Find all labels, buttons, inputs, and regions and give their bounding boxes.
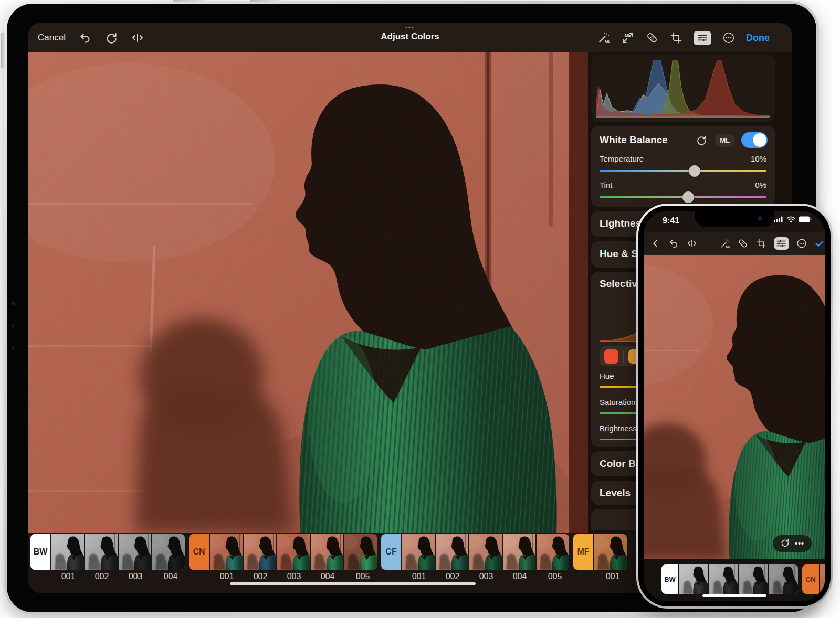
filter-thumb-cn-001[interactable]: 001 [210,534,244,581]
cancel-button[interactable]: Cancel [38,33,66,43]
filter-thumb-cf-004[interactable]: 004 [503,534,537,581]
filter-group-tile-bw[interactable]: BW [662,564,679,594]
redo-icon[interactable] [104,31,118,45]
adjust-icon[interactable] [694,31,711,45]
filter-thumb-cf-002[interactable]: 002 [436,534,469,581]
filter-thumbnail-image [503,534,536,570]
tint-slider-thumb[interactable] [682,191,694,203]
filter-thumb-number: 004 [513,570,527,581]
filter-thumb-bw-2[interactable] [709,564,739,594]
filmstrip-scrollbar[interactable] [230,582,476,585]
crop-icon[interactable] [669,31,683,45]
back-icon[interactable] [650,238,662,249]
filter-group-tile-mf[interactable]: MF [573,534,594,581]
undo-icon[interactable] [668,238,680,249]
filter-group-label: CN [189,534,209,570]
ipad-top-button [173,0,206,2]
filter-thumb-number: 001 [606,570,620,581]
more-icon[interactable] [796,238,807,249]
red-swatch[interactable] [604,349,618,364]
photo-overlay-controls: ••• [773,535,812,552]
more-dots-icon[interactable]: ••• [795,541,804,546]
filter-thumbnail-image [244,534,276,570]
ipad-camera-dot [12,302,15,305]
filter-thumb-bw-004[interactable]: 004 [152,534,189,581]
filter-thumb-cn-002[interactable]: 002 [244,534,277,581]
filter-thumb-number: 001 [61,570,76,581]
reset-icon[interactable] [780,538,790,549]
filter-group-tile-cn[interactable]: CN [802,564,820,594]
compare-icon[interactable] [686,238,698,249]
repair-icon[interactable] [645,31,659,45]
filter-thumb-cn-004[interactable]: 004 [311,534,344,581]
selective-saturation-label: Saturation [600,398,635,407]
filter-group-tile-cf[interactable]: CF [381,534,402,581]
filter-group-tile-cn[interactable]: CN [189,534,210,581]
ipad-top-button-2 [250,0,282,2]
ml-enhance-icon[interactable]: ML [719,238,731,249]
white-balance-card: White Balance ML Temperature 10% [591,126,775,207]
tint-slider[interactable] [600,196,766,198]
filter-thumb-number: 004 [321,570,335,581]
filter-group-label: CN [802,564,819,594]
filter-thumb-mf-001[interactable]: 001 [594,534,631,581]
crop-icon[interactable] [755,238,767,249]
filmstrip-items: BW [662,564,825,594]
filter-thumb-cf-005[interactable]: 005 [537,534,573,581]
filter-thumb-number: 003 [287,570,301,581]
ml-enhance-icon[interactable]: ML [597,31,611,45]
filter-thumb-bw-003[interactable]: 003 [119,534,152,581]
filter-thumb-number: 004 [164,570,178,581]
filter-thumb-cn-005[interactable]: 005 [344,534,381,581]
photo-canvas[interactable] [28,52,588,533]
filter-thumbnail-image [537,534,569,570]
ipad-toolbar: Cancel ••• Adjust Colors [28,23,792,52]
swatch-divider [623,350,624,363]
confirm-icon[interactable] [814,238,825,249]
battery-icon [799,216,812,222]
filter-group-tile-bw[interactable]: BW [30,534,51,581]
ipad-volume-button [1,33,5,68]
filter-thumbnail-image [679,564,708,594]
white-balance-title: White Balance [600,134,668,146]
white-balance-switch[interactable] [741,132,768,148]
filter-thumb-bw-4[interactable] [769,564,802,594]
adjust-icon[interactable] [774,237,789,250]
iphone-toolbar: ML [644,232,825,255]
reset-icon[interactable] [695,133,708,147]
ml-resize-icon[interactable]: ML [621,31,635,45]
overflow-dots-icon[interactable]: ••• [381,25,439,30]
wifi-icon [786,216,795,222]
filter-thumb-number: 001 [220,570,234,581]
ml-toggle-button[interactable]: ML [715,134,735,147]
filter-thumbnail-image [436,534,468,570]
temperature-label: Temperature [600,154,644,163]
selective-hue-label: Hue [600,371,614,380]
filter-thumb-number: 003 [129,570,143,581]
filmstrip-items: BW 001 [30,534,631,581]
selective-brightness-label: Brightness [600,424,637,433]
filter-thumb-cf-003[interactable]: 003 [469,534,503,581]
filter-thumbnail-image [210,534,243,570]
temperature-slider[interactable] [600,170,766,172]
temperature-slider-thumb[interactable] [689,165,700,177]
filter-thumb-cn-003[interactable]: 003 [277,534,311,581]
toolbar-title: ••• Adjust Colors [381,25,439,42]
undo-icon[interactable] [78,31,92,45]
filter-thumb-cf-001[interactable]: 001 [402,534,436,581]
home-indicator[interactable] [702,594,766,597]
filter-group-label: CF [381,534,401,570]
filter-thumb-bw-3[interactable] [739,564,769,594]
filter-thumb-bw-1[interactable] [679,564,709,594]
repair-icon[interactable] [738,238,749,249]
filter-thumb-bw-001[interactable]: 001 [51,534,85,581]
more-icon[interactable] [722,31,736,45]
filter-thumbnail-image [769,564,798,594]
filter-thumb-number: 003 [479,570,494,581]
photo-canvas[interactable] [644,255,825,559]
desktop-canvas: Cancel ••• Adjust Colors [0,0,840,618]
filter-thumb-bw-002[interactable]: 002 [85,534,119,581]
compare-icon[interactable] [131,31,144,45]
done-button[interactable]: Done [746,33,770,44]
svg-text:ML: ML [605,39,610,44]
